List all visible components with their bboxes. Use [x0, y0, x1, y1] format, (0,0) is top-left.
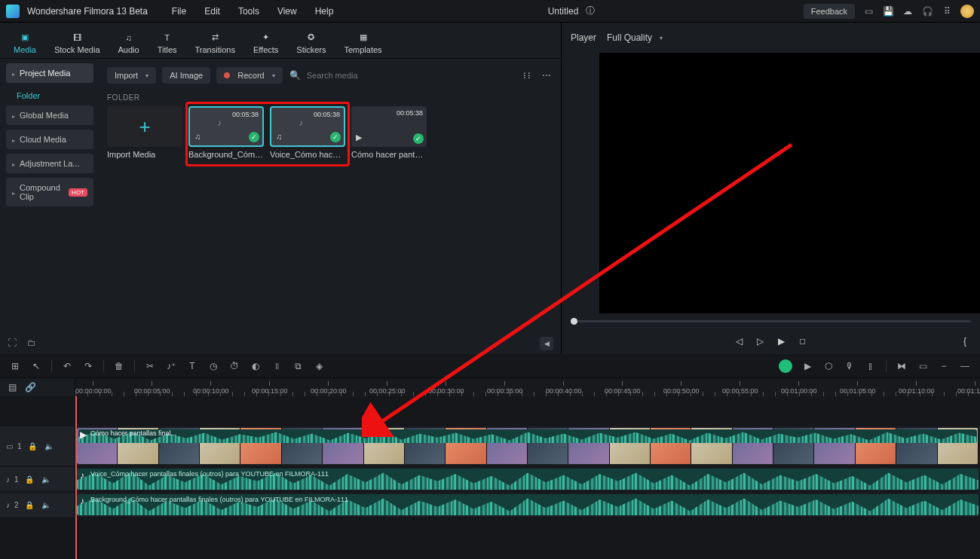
track-lane[interactable]: ▶ Cómo hacer pantallas final...: [75, 426, 980, 466]
menu-help[interactable]: Help: [308, 3, 341, 20]
media-item[interactable]: 00:05:38 ♪ ♫ ✓ Voice_Cómo hacer pa...: [270, 106, 345, 159]
link-icon[interactable]: 🔗: [24, 381, 36, 393]
lock-icon[interactable]: 🔒: [26, 440, 38, 452]
media-item[interactable]: 00:05:38 ▶ ✓ Cómo hacer pantallas ...: [351, 106, 427, 159]
preview-canvas[interactable]: [599, 53, 980, 313]
marker-icon[interactable]: ⬡: [822, 360, 835, 372]
sidebar-folder[interactable]: Folder: [6, 87, 93, 104]
track-options-icon[interactable]: ▤: [6, 381, 18, 393]
mute-icon[interactable]: 🔈: [43, 440, 55, 452]
split-button[interactable]: ✂: [144, 360, 156, 372]
quality-select[interactable]: Full Quality: [607, 32, 663, 43]
collapse-sidebar-button[interactable]: ◀: [540, 337, 553, 350]
mute-icon[interactable]: 🔈: [40, 473, 52, 485]
menu-edit[interactable]: Edit: [197, 3, 228, 20]
snap-icon[interactable]: ⧓: [896, 360, 908, 372]
import-button[interactable]: Import: [107, 67, 156, 84]
voiceover-icon[interactable]: 🎙: [844, 360, 856, 372]
ai-image-button[interactable]: AI Image: [162, 67, 210, 84]
render-preview-icon[interactable]: ▶: [801, 360, 813, 372]
tab-label: Titles: [158, 45, 177, 54]
track-lane[interactable]: ♪ Voice_Cómo hacer pantallas finales (ou…: [75, 467, 980, 491]
audio-clip-icon: ♪: [80, 470, 87, 478]
stop-button[interactable]: □: [797, 335, 809, 347]
undo-button[interactable]: ↶: [61, 360, 73, 372]
audio-tool-icon[interactable]: ♪⁺: [165, 360, 177, 372]
tab-audio[interactable]: ♫ Audio: [112, 29, 145, 57]
color-tool-icon[interactable]: ◐: [250, 360, 262, 372]
sidebar-project-media[interactable]: Project Media: [6, 63, 93, 83]
ruler-tick: 00:00:20:00: [311, 381, 347, 395]
duration-tool-icon[interactable]: ⏱: [228, 360, 240, 372]
feedback-button[interactable]: Feedback: [804, 4, 855, 19]
mixer-icon[interactable]: ⫿: [865, 360, 877, 372]
apps-grid-icon[interactable]: ⠿: [941, 5, 953, 17]
lock-icon[interactable]: 🔒: [23, 499, 35, 511]
filter-icon[interactable]: ⫶⫶: [520, 69, 534, 82]
delete-button[interactable]: 🗑: [113, 360, 125, 372]
music-note-icon: ♪: [299, 118, 317, 136]
layout-icon[interactable]: ▭: [862, 5, 874, 17]
sidebar-adjustment-layer[interactable]: Adjustment La...: [6, 154, 93, 173]
text-tool-icon[interactable]: T: [186, 360, 198, 372]
video-clip[interactable]: ▶ Cómo hacer pantallas final...: [77, 428, 978, 464]
fit-icon[interactable]: ▭: [917, 360, 929, 372]
cursor-icon[interactable]: ↖: [30, 360, 42, 372]
tab-stickers[interactable]: ✪ Stickers: [290, 29, 332, 57]
speed-tool-icon[interactable]: ◷: [207, 360, 219, 372]
tab-transitions[interactable]: ⇄ Transitions: [189, 29, 241, 57]
cloud-upload-icon[interactable]: ☁: [902, 5, 914, 17]
mute-icon[interactable]: 🔈: [40, 499, 52, 511]
adjust-tool-icon[interactable]: ⫴: [271, 360, 283, 372]
zoom-out-button[interactable]: −: [938, 360, 950, 372]
tab-templates[interactable]: ▦ Templates: [338, 29, 387, 57]
tab-stock-media[interactable]: 🎞 Stock Media: [48, 29, 106, 57]
check-icon: ✓: [249, 132, 259, 142]
tab-titles[interactable]: T Titles: [152, 29, 183, 57]
track-number: 1: [14, 475, 19, 484]
tab-effects[interactable]: ✦ Effects: [247, 29, 284, 57]
timeline-toolbar: ⊞ ↖ ↶ ↷ 🗑 ✂ ♪⁺ T ◷ ⏱ ◐ ⫴ ⧉ ◈ ▶ ⬡ 🎙 ⫿ ⧓ ▭…: [0, 354, 980, 378]
new-folder-icon[interactable]: 🗀: [27, 338, 39, 350]
sidebar-compound-clip[interactable]: Compound Clip HOT: [6, 178, 93, 206]
audio-clip[interactable]: ♪ Background_Cómo hacer pantallas finale…: [77, 494, 978, 515]
ruler-tick: 00:01:00:00: [781, 381, 817, 395]
more-icon[interactable]: ⋯: [540, 69, 553, 82]
keyframe-tool-icon[interactable]: ◈: [313, 360, 325, 372]
preview-settings-icon[interactable]: {: [959, 335, 971, 347]
expand-icon[interactable]: ⛶: [8, 338, 20, 350]
play-pause-button[interactable]: ▷: [755, 335, 767, 347]
scrub-handle[interactable]: [571, 318, 577, 325]
import-media-tile[interactable]: + Import Media: [107, 106, 182, 159]
sidebar-global-media[interactable]: Global Media: [6, 105, 93, 125]
sidebar-cloud-media[interactable]: Cloud Media: [6, 130, 93, 149]
plus-icon: +: [139, 115, 150, 139]
ai-tools-button[interactable]: [779, 359, 792, 373]
audio-clip[interactable]: ♪ Voice_Cómo hacer pantallas finales (ou…: [77, 469, 978, 490]
clip-title: Background_Cómo hacer pantallas finales …: [90, 496, 348, 503]
transitions-icon: ⇄: [207, 32, 222, 44]
playhead[interactable]: [75, 396, 77, 559]
layout-icon[interactable]: ⊞: [9, 360, 21, 372]
headphone-icon[interactable]: 🎧: [921, 5, 933, 17]
crop-tool-icon[interactable]: ⧉: [292, 360, 304, 372]
redo-button[interactable]: ↷: [82, 360, 94, 372]
track-lane[interactable]: ♪ Background_Cómo hacer pantallas finale…: [75, 493, 980, 517]
record-button[interactable]: Record: [216, 67, 282, 84]
search-input[interactable]: [307, 71, 514, 80]
zoom-slider[interactable]: —: [959, 360, 971, 372]
save-icon[interactable]: 💾: [882, 5, 894, 17]
timeline-ruler[interactable]: 00:00:00:0000:00:05:0000:00:10:0000:00:1…: [75, 378, 980, 396]
menu-view[interactable]: View: [270, 3, 305, 20]
play-button[interactable]: ▶: [776, 335, 788, 347]
lock-icon[interactable]: 🔒: [23, 473, 35, 485]
media-item[interactable]: 00:05:38 ♪ ♫ ✓ Background_Cómo ha...: [188, 106, 264, 159]
preview-scrubber[interactable]: [562, 313, 980, 328]
menu-file[interactable]: File: [164, 3, 194, 20]
prev-frame-button[interactable]: ◁: [733, 335, 746, 347]
project-info-icon[interactable]: ⓘ: [584, 5, 596, 17]
label: Record: [237, 71, 264, 80]
tab-media[interactable]: ▣ Media: [8, 29, 42, 57]
menu-tools[interactable]: Tools: [231, 3, 267, 20]
user-avatar[interactable]: [960, 5, 974, 18]
